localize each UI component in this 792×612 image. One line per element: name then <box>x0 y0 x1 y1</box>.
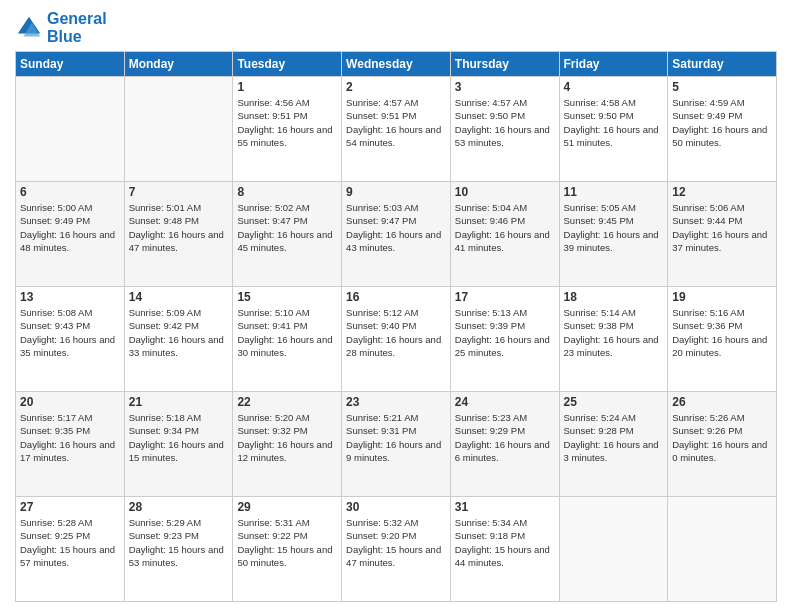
day-info: Sunrise: 5:04 AMSunset: 9:46 PMDaylight:… <box>455 201 555 254</box>
weekday-sunday: Sunday <box>16 52 125 77</box>
weekday-header-row: SundayMondayTuesdayWednesdayThursdayFrid… <box>16 52 777 77</box>
day-number: 3 <box>455 80 555 94</box>
day-info: Sunrise: 5:29 AMSunset: 9:23 PMDaylight:… <box>129 516 229 569</box>
day-info: Sunrise: 4:59 AMSunset: 9:49 PMDaylight:… <box>672 96 772 149</box>
day-info: Sunrise: 5:24 AMSunset: 9:28 PMDaylight:… <box>564 411 664 464</box>
page: General Blue SundayMondayTuesdayWednesda… <box>0 0 792 612</box>
day-number: 1 <box>237 80 337 94</box>
calendar-cell: 2Sunrise: 4:57 AMSunset: 9:51 PMDaylight… <box>342 77 451 182</box>
weekday-monday: Monday <box>124 52 233 77</box>
day-info: Sunrise: 5:09 AMSunset: 9:42 PMDaylight:… <box>129 306 229 359</box>
header: General Blue <box>15 10 777 45</box>
calendar-cell: 26Sunrise: 5:26 AMSunset: 9:26 PMDayligh… <box>668 392 777 497</box>
day-info: Sunrise: 5:08 AMSunset: 9:43 PMDaylight:… <box>20 306 120 359</box>
day-info: Sunrise: 5:12 AMSunset: 9:40 PMDaylight:… <box>346 306 446 359</box>
weekday-friday: Friday <box>559 52 668 77</box>
day-info: Sunrise: 4:57 AMSunset: 9:50 PMDaylight:… <box>455 96 555 149</box>
day-info: Sunrise: 4:58 AMSunset: 9:50 PMDaylight:… <box>564 96 664 149</box>
calendar-cell: 19Sunrise: 5:16 AMSunset: 9:36 PMDayligh… <box>668 287 777 392</box>
week-row-1: 1Sunrise: 4:56 AMSunset: 9:51 PMDaylight… <box>16 77 777 182</box>
day-number: 7 <box>129 185 229 199</box>
day-info: Sunrise: 5:05 AMSunset: 9:45 PMDaylight:… <box>564 201 664 254</box>
day-number: 2 <box>346 80 446 94</box>
calendar-cell: 17Sunrise: 5:13 AMSunset: 9:39 PMDayligh… <box>450 287 559 392</box>
calendar-cell: 16Sunrise: 5:12 AMSunset: 9:40 PMDayligh… <box>342 287 451 392</box>
calendar-cell: 12Sunrise: 5:06 AMSunset: 9:44 PMDayligh… <box>668 182 777 287</box>
day-info: Sunrise: 5:01 AMSunset: 9:48 PMDaylight:… <box>129 201 229 254</box>
calendar-cell: 13Sunrise: 5:08 AMSunset: 9:43 PMDayligh… <box>16 287 125 392</box>
calendar-cell: 21Sunrise: 5:18 AMSunset: 9:34 PMDayligh… <box>124 392 233 497</box>
day-info: Sunrise: 5:10 AMSunset: 9:41 PMDaylight:… <box>237 306 337 359</box>
day-info: Sunrise: 5:20 AMSunset: 9:32 PMDaylight:… <box>237 411 337 464</box>
calendar-cell <box>668 497 777 602</box>
day-info: Sunrise: 5:02 AMSunset: 9:47 PMDaylight:… <box>237 201 337 254</box>
day-number: 17 <box>455 290 555 304</box>
calendar-cell: 10Sunrise: 5:04 AMSunset: 9:46 PMDayligh… <box>450 182 559 287</box>
day-number: 13 <box>20 290 120 304</box>
day-number: 26 <box>672 395 772 409</box>
weekday-wednesday: Wednesday <box>342 52 451 77</box>
day-info: Sunrise: 4:56 AMSunset: 9:51 PMDaylight:… <box>237 96 337 149</box>
day-info: Sunrise: 5:26 AMSunset: 9:26 PMDaylight:… <box>672 411 772 464</box>
calendar-cell <box>124 77 233 182</box>
day-number: 28 <box>129 500 229 514</box>
weekday-tuesday: Tuesday <box>233 52 342 77</box>
calendar-cell: 29Sunrise: 5:31 AMSunset: 9:22 PMDayligh… <box>233 497 342 602</box>
calendar-cell: 25Sunrise: 5:24 AMSunset: 9:28 PMDayligh… <box>559 392 668 497</box>
calendar-cell: 8Sunrise: 5:02 AMSunset: 9:47 PMDaylight… <box>233 182 342 287</box>
calendar-cell: 23Sunrise: 5:21 AMSunset: 9:31 PMDayligh… <box>342 392 451 497</box>
calendar-cell <box>16 77 125 182</box>
weekday-saturday: Saturday <box>668 52 777 77</box>
calendar-cell: 5Sunrise: 4:59 AMSunset: 9:49 PMDaylight… <box>668 77 777 182</box>
logo-icon <box>15 14 43 42</box>
day-info: Sunrise: 5:16 AMSunset: 9:36 PMDaylight:… <box>672 306 772 359</box>
day-number: 24 <box>455 395 555 409</box>
day-info: Sunrise: 5:17 AMSunset: 9:35 PMDaylight:… <box>20 411 120 464</box>
calendar-cell: 11Sunrise: 5:05 AMSunset: 9:45 PMDayligh… <box>559 182 668 287</box>
day-number: 18 <box>564 290 664 304</box>
day-info: Sunrise: 5:00 AMSunset: 9:49 PMDaylight:… <box>20 201 120 254</box>
day-number: 4 <box>564 80 664 94</box>
day-info: Sunrise: 4:57 AMSunset: 9:51 PMDaylight:… <box>346 96 446 149</box>
calendar-cell: 14Sunrise: 5:09 AMSunset: 9:42 PMDayligh… <box>124 287 233 392</box>
calendar: SundayMondayTuesdayWednesdayThursdayFrid… <box>15 51 777 602</box>
calendar-cell: 20Sunrise: 5:17 AMSunset: 9:35 PMDayligh… <box>16 392 125 497</box>
day-number: 9 <box>346 185 446 199</box>
day-info: Sunrise: 5:28 AMSunset: 9:25 PMDaylight:… <box>20 516 120 569</box>
logo: General Blue <box>15 10 107 45</box>
week-row-3: 13Sunrise: 5:08 AMSunset: 9:43 PMDayligh… <box>16 287 777 392</box>
day-info: Sunrise: 5:18 AMSunset: 9:34 PMDaylight:… <box>129 411 229 464</box>
day-info: Sunrise: 5:03 AMSunset: 9:47 PMDaylight:… <box>346 201 446 254</box>
calendar-cell: 4Sunrise: 4:58 AMSunset: 9:50 PMDaylight… <box>559 77 668 182</box>
day-info: Sunrise: 5:31 AMSunset: 9:22 PMDaylight:… <box>237 516 337 569</box>
weekday-thursday: Thursday <box>450 52 559 77</box>
calendar-cell: 7Sunrise: 5:01 AMSunset: 9:48 PMDaylight… <box>124 182 233 287</box>
day-number: 8 <box>237 185 337 199</box>
day-number: 5 <box>672 80 772 94</box>
day-number: 29 <box>237 500 337 514</box>
day-info: Sunrise: 5:06 AMSunset: 9:44 PMDaylight:… <box>672 201 772 254</box>
day-number: 11 <box>564 185 664 199</box>
day-number: 31 <box>455 500 555 514</box>
day-info: Sunrise: 5:23 AMSunset: 9:29 PMDaylight:… <box>455 411 555 464</box>
calendar-cell: 18Sunrise: 5:14 AMSunset: 9:38 PMDayligh… <box>559 287 668 392</box>
day-number: 25 <box>564 395 664 409</box>
calendar-cell: 15Sunrise: 5:10 AMSunset: 9:41 PMDayligh… <box>233 287 342 392</box>
calendar-cell: 6Sunrise: 5:00 AMSunset: 9:49 PMDaylight… <box>16 182 125 287</box>
day-info: Sunrise: 5:32 AMSunset: 9:20 PMDaylight:… <box>346 516 446 569</box>
day-info: Sunrise: 5:14 AMSunset: 9:38 PMDaylight:… <box>564 306 664 359</box>
week-row-2: 6Sunrise: 5:00 AMSunset: 9:49 PMDaylight… <box>16 182 777 287</box>
day-info: Sunrise: 5:34 AMSunset: 9:18 PMDaylight:… <box>455 516 555 569</box>
calendar-cell <box>559 497 668 602</box>
logo-text: General Blue <box>47 10 107 45</box>
day-number: 22 <box>237 395 337 409</box>
calendar-cell: 30Sunrise: 5:32 AMSunset: 9:20 PMDayligh… <box>342 497 451 602</box>
day-number: 6 <box>20 185 120 199</box>
day-number: 12 <box>672 185 772 199</box>
day-number: 20 <box>20 395 120 409</box>
day-info: Sunrise: 5:13 AMSunset: 9:39 PMDaylight:… <box>455 306 555 359</box>
calendar-cell: 24Sunrise: 5:23 AMSunset: 9:29 PMDayligh… <box>450 392 559 497</box>
day-number: 10 <box>455 185 555 199</box>
day-number: 27 <box>20 500 120 514</box>
week-row-4: 20Sunrise: 5:17 AMSunset: 9:35 PMDayligh… <box>16 392 777 497</box>
